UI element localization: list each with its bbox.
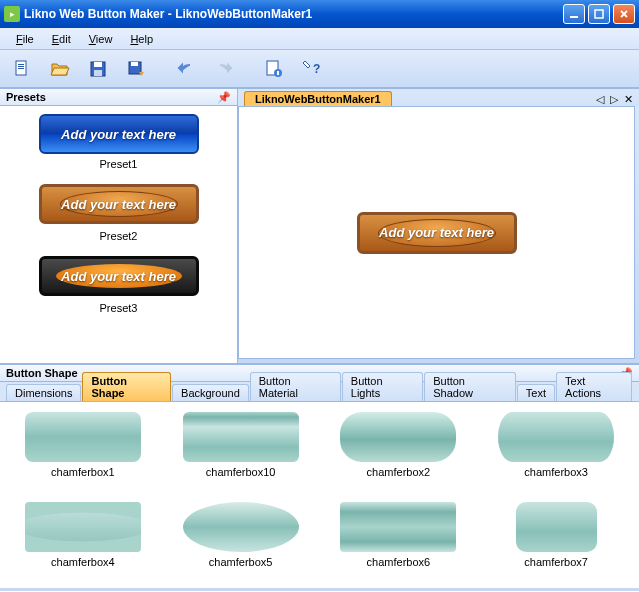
tab-prev-icon[interactable]: ◁: [596, 93, 604, 106]
presets-list[interactable]: Add your text here Preset1 Add your text…: [0, 106, 237, 363]
minimize-button[interactable]: [563, 4, 585, 24]
menu-file[interactable]: File: [8, 31, 42, 47]
svg-rect-5: [18, 68, 24, 69]
saveas-button[interactable]: [120, 54, 152, 84]
save-button[interactable]: [82, 54, 114, 84]
preset-thumb-wood: Add your text here: [39, 184, 199, 224]
properties-button[interactable]: [258, 54, 290, 84]
shape-thumb-icon: [25, 412, 141, 462]
presets-header: Presets 📌: [0, 88, 237, 106]
app-icon: ▸: [4, 6, 20, 22]
document-tab[interactable]: LiknoWebButtonMaker1: [244, 91, 392, 106]
svg-text:?: ?: [313, 62, 320, 76]
shape-item[interactable]: chamferbox5: [172, 502, 310, 578]
menu-edit[interactable]: Edit: [44, 31, 79, 47]
tab-button-shadow[interactable]: Button Shadow: [424, 372, 516, 401]
preset-label: Preset2: [8, 230, 229, 242]
shape-label: chamferbox7: [487, 556, 625, 568]
canvas[interactable]: Add your text here: [238, 106, 635, 359]
tab-text[interactable]: Text: [517, 384, 555, 401]
shape-label: chamferbox10: [172, 466, 310, 478]
svg-rect-8: [94, 70, 102, 76]
tab-button-shape[interactable]: Button Shape: [82, 372, 171, 401]
svg-rect-13: [277, 71, 279, 75]
tab-background[interactable]: Background: [172, 384, 249, 401]
menu-help[interactable]: Help: [122, 31, 161, 47]
shape-thumb-icon: [340, 502, 456, 552]
preset-item[interactable]: Add your text here Preset2: [8, 184, 229, 242]
shape-thumb-icon: [183, 502, 299, 552]
svg-rect-3: [18, 64, 24, 65]
svg-rect-10: [131, 62, 138, 66]
toolbar: ?: [0, 50, 639, 88]
shapes-grid[interactable]: chamferbox1 chamferbox10 chamferbox2 cha…: [0, 402, 639, 588]
button-shape-title: Button Shape: [6, 367, 78, 379]
new-button[interactable]: [6, 54, 38, 84]
pin-icon[interactable]: 📌: [217, 91, 231, 104]
shape-thumb-icon: [25, 502, 141, 552]
context-help-button[interactable]: ?: [296, 54, 328, 84]
shape-tabs: Dimensions Button Shape Background Butto…: [0, 382, 639, 402]
button-shape-panel: Button Shape 📌 Dimensions Button Shape B…: [0, 363, 639, 591]
preset-label: Preset1: [8, 158, 229, 170]
shape-item[interactable]: chamferbox6: [330, 502, 468, 578]
shape-item[interactable]: chamferbox10: [172, 412, 310, 488]
tab-dimensions[interactable]: Dimensions: [6, 384, 81, 401]
tab-button-lights[interactable]: Button Lights: [342, 372, 423, 401]
preset-item[interactable]: Add your text here Preset3: [8, 256, 229, 314]
menu-view[interactable]: View: [81, 31, 121, 47]
preset-thumb-dark: Add your text here: [39, 256, 199, 296]
undo-button[interactable]: [170, 54, 202, 84]
menubar: File Edit View Help: [0, 28, 639, 50]
shape-label: chamferbox6: [330, 556, 468, 568]
shape-label: chamferbox4: [14, 556, 152, 568]
presets-title: Presets: [6, 91, 46, 103]
shape-item[interactable]: chamferbox4: [14, 502, 152, 578]
shape-label: chamferbox1: [14, 466, 152, 478]
redo-button[interactable]: [208, 54, 240, 84]
open-button[interactable]: [44, 54, 76, 84]
titlebar: ▸ Likno Web Button Maker - LiknoWebButto…: [0, 0, 639, 28]
preset-item[interactable]: Add your text here Preset1: [8, 114, 229, 170]
tab-close-icon[interactable]: ✕: [624, 93, 633, 106]
shape-label: chamferbox3: [487, 466, 625, 478]
shape-item[interactable]: chamferbox1: [14, 412, 152, 488]
maximize-button[interactable]: [588, 4, 610, 24]
titlebar-text: Likno Web Button Maker - LiknoWebButtonM…: [24, 7, 563, 21]
shape-item[interactable]: chamferbox2: [330, 412, 468, 488]
shape-item[interactable]: chamferbox7: [487, 502, 625, 578]
shape-thumb-icon: [340, 412, 456, 462]
shape-thumb-icon: [516, 502, 597, 552]
shape-label: chamferbox5: [172, 556, 310, 568]
workspace: Presets 📌 Add your text here Preset1 Add…: [0, 88, 639, 363]
canvas-button-preview[interactable]: Add your text here: [357, 212, 517, 254]
shape-label: chamferbox2: [330, 466, 468, 478]
preset-thumb-blue: Add your text here: [39, 114, 199, 154]
svg-rect-0: [570, 16, 578, 18]
document-tabs: LiknoWebButtonMaker1 ◁ ▷ ✕: [238, 88, 639, 106]
tab-next-icon[interactable]: ▷: [610, 93, 618, 106]
tab-text-actions[interactable]: Text Actions: [556, 372, 632, 401]
doc-name: LiknoWebButtonMaker1: [175, 7, 312, 21]
tab-button-material[interactable]: Button Material: [250, 372, 341, 401]
shape-thumb-icon: [498, 412, 614, 462]
svg-rect-1: [595, 10, 603, 18]
presets-panel: Presets 📌 Add your text here Preset1 Add…: [0, 88, 238, 363]
shape-thumb-icon: [183, 412, 299, 462]
preset-label: Preset3: [8, 302, 229, 314]
canvas-area: LiknoWebButtonMaker1 ◁ ▷ ✕ Add your text…: [238, 88, 639, 363]
svg-rect-4: [18, 66, 24, 67]
svg-rect-7: [94, 62, 102, 67]
shape-item[interactable]: chamferbox3: [487, 412, 625, 488]
close-button[interactable]: [613, 4, 635, 24]
app-name: Likno Web Button Maker: [24, 7, 164, 21]
